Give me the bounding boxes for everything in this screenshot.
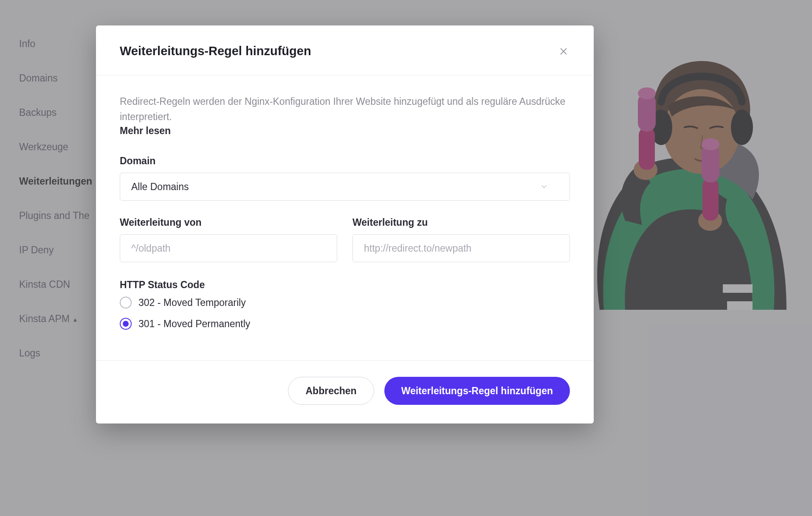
status-code-radio-group: 302 - Moved Temporarily 301 - Moved Perm… xyxy=(120,297,570,330)
modal-body: Redirect-Regeln werden der Nginx-Konfigu… xyxy=(96,76,594,360)
modal-title: Weiterleitungs-Regel hinzufügen xyxy=(120,44,311,58)
radio-icon xyxy=(120,318,132,330)
status-code-label: HTTP Status Code xyxy=(120,279,570,291)
read-more-link[interactable]: Mehr lesen xyxy=(120,125,171,137)
add-redirect-rule-modal: Weiterleitungs-Regel hinzufügen Redirect… xyxy=(96,25,594,423)
domain-select-value: Alle Domains xyxy=(131,181,189,193)
domain-label: Domain xyxy=(120,155,570,167)
radio-icon xyxy=(120,297,132,308)
close-icon xyxy=(559,47,568,56)
modal-header: Weiterleitungs-Regel hinzufügen xyxy=(96,25,594,76)
domain-select[interactable]: Alle Domains xyxy=(120,173,570,201)
modal-description: Redirect-Regeln werden der Nginx-Konfigu… xyxy=(120,94,570,124)
redirect-to-label: Weiterleitung zu xyxy=(352,217,570,228)
cancel-button[interactable]: Abbrechen xyxy=(288,377,374,405)
redirect-from-label: Weiterleitung von xyxy=(120,217,337,228)
status-302-radio[interactable]: 302 - Moved Temporarily xyxy=(120,297,570,308)
status-301-radio[interactable]: 301 - Moved Permanently xyxy=(120,318,570,330)
modal-footer: Abbrechen Weiterleitungs-Regel hinzufüge… xyxy=(96,360,594,423)
radio-label: 301 - Moved Permanently xyxy=(138,318,250,330)
chevron-down-icon xyxy=(540,182,548,191)
close-button[interactable] xyxy=(557,45,570,58)
redirect-from-input[interactable] xyxy=(120,234,337,262)
submit-button[interactable]: Weiterleitungs-Regel hinzufügen xyxy=(384,377,570,405)
redirect-to-input[interactable] xyxy=(352,234,570,262)
radio-label: 302 - Moved Temporarily xyxy=(138,297,246,308)
